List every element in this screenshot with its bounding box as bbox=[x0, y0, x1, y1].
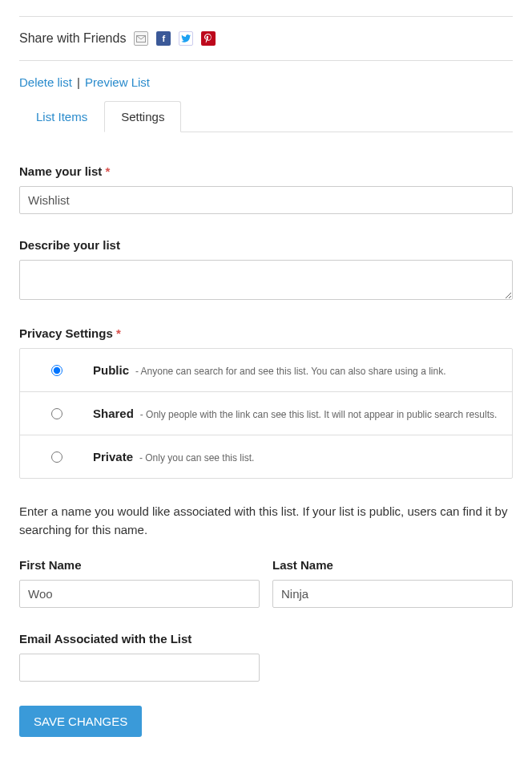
last-name-col: Last Name bbox=[272, 558, 513, 608]
privacy-row-public: Public - Anyone can search for and see t… bbox=[20, 349, 512, 392]
tab-settings[interactable]: Settings bbox=[104, 101, 181, 132]
privacy-row-private: Private - Only you can see this list. bbox=[20, 435, 512, 478]
privacy-radio-public[interactable] bbox=[51, 365, 62, 376]
delete-list-link[interactable]: Delete list bbox=[19, 75, 72, 89]
privacy-label: Privacy Settings * bbox=[19, 326, 513, 340]
required-star: * bbox=[116, 326, 121, 340]
describe-group: Describe your list bbox=[19, 238, 513, 302]
privacy-private-title: Private bbox=[93, 450, 133, 464]
required-star: * bbox=[106, 164, 111, 178]
describe-label: Describe your list bbox=[19, 238, 513, 252]
facebook-icon[interactable]: f bbox=[156, 31, 171, 46]
action-links: Delete list | Preview List bbox=[19, 69, 513, 100]
first-name-input[interactable] bbox=[19, 580, 260, 608]
name-help-text: Enter a name you would like associated w… bbox=[19, 503, 513, 539]
tabs: List Items Settings bbox=[19, 100, 513, 132]
privacy-private-desc: - Only you can see this list. bbox=[139, 452, 254, 464]
preview-list-link[interactable]: Preview List bbox=[85, 75, 150, 89]
tab-list-items[interactable]: List Items bbox=[19, 101, 104, 132]
privacy-shared-desc: - Only people with the link can see this… bbox=[140, 409, 498, 420]
last-name-input[interactable] bbox=[272, 580, 513, 608]
share-row: Share with Friends f bbox=[19, 25, 513, 52]
email-label: Email Associated with the List bbox=[19, 632, 513, 646]
email-group: Email Associated with the List bbox=[19, 632, 513, 682]
describe-textarea[interactable] bbox=[19, 260, 513, 300]
name-label: Name your list * bbox=[19, 164, 513, 178]
first-name-label: First Name bbox=[19, 558, 260, 572]
privacy-radio-shared[interactable] bbox=[51, 408, 62, 419]
twitter-icon[interactable] bbox=[179, 31, 193, 46]
name-group: Name your list * bbox=[19, 164, 513, 214]
privacy-public-desc: - Anyone can search for and see this lis… bbox=[135, 366, 446, 377]
privacy-public-title: Public bbox=[93, 363, 129, 377]
privacy-radio-private[interactable] bbox=[51, 451, 62, 463]
pinterest-icon[interactable] bbox=[201, 31, 216, 46]
save-button[interactable]: SAVE CHANGES bbox=[19, 706, 142, 737]
email-input[interactable] bbox=[19, 654, 260, 682]
share-label: Share with Friends bbox=[19, 31, 126, 46]
privacy-group: Privacy Settings * Public - Anyone can s… bbox=[19, 326, 513, 479]
divider-share bbox=[19, 60, 513, 61]
divider-top bbox=[19, 16, 513, 17]
email-icon[interactable] bbox=[134, 31, 148, 46]
privacy-shared-title: Shared bbox=[93, 407, 134, 420]
last-name-label: Last Name bbox=[272, 558, 513, 572]
name-row: First Name Last Name bbox=[19, 558, 513, 608]
first-name-col: First Name bbox=[19, 558, 260, 608]
privacy-table: Public - Anyone can search for and see t… bbox=[19, 348, 513, 479]
name-input[interactable] bbox=[19, 186, 513, 214]
privacy-row-shared: Shared - Only people with the link can s… bbox=[20, 392, 512, 435]
link-separator: | bbox=[75, 75, 82, 89]
